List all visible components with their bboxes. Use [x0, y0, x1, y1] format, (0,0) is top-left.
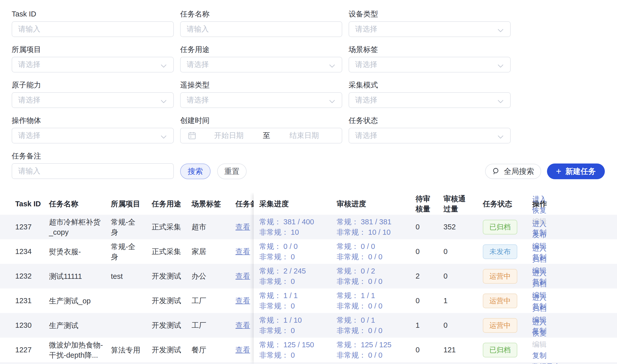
- cell-review-progress: 常规： 381 / 381 非常规： 10 / 10: [337, 215, 413, 239]
- column-header: Task ID: [15, 193, 47, 215]
- chevron-down-icon: [161, 98, 167, 103]
- chevron-down-icon: [161, 133, 167, 139]
- filter-field-atomic-ability: 原子能力 请选择: [12, 81, 174, 108]
- filter-field-collect-mode: 采集模式 请选择: [349, 81, 511, 108]
- cell-status: 运营中: [483, 313, 530, 338]
- cell-project: [111, 288, 149, 313]
- filter-field-task-remark: 任务备注 请输入: [12, 152, 174, 179]
- filter-field-task-purpose: 任务用途 请选择: [180, 46, 342, 72]
- cell-status: 运营中: [483, 288, 530, 313]
- table-row: 1227微波炉加热食物- 干扰-depth降...算法专用开发测试餐厅查看: [0, 338, 254, 362]
- cell-pending-count: 1: [416, 313, 440, 338]
- cell-approved-count: 0: [443, 313, 479, 338]
- cell-status: 已归档: [483, 338, 530, 362]
- action-restore-link[interactable]: 恢复: [532, 328, 546, 339]
- filter-field-label: 任务状态: [349, 117, 511, 124]
- filter-field-label: 任务名称: [180, 10, 342, 18]
- action-enter-link[interactable]: 进入: [532, 317, 546, 328]
- action-archive-link[interactable]: 归档: [532, 254, 546, 265]
- cell-review-progress: 常规： 1 / 1 非常规： 0 / 0: [337, 288, 413, 313]
- select-placeholder: 请选择: [355, 24, 377, 34]
- cell-remark: 查看: [235, 288, 254, 313]
- input-placeholder: 请输入: [18, 166, 40, 176]
- remark-view-link[interactable]: 查看: [235, 271, 250, 281]
- search-icon: [492, 167, 500, 175]
- filter-field-teleop-type: 遥操类型 请选择: [180, 81, 342, 108]
- search-button[interactable]: 搜索: [180, 163, 211, 179]
- table-header-right: 采集进度审核进度待审核量审核通过量任务状态操作: [254, 193, 617, 215]
- cell-scene-tag: 工厂: [192, 288, 228, 313]
- atomic-ability-select[interactable]: 请选择: [12, 92, 174, 108]
- cell-project: 常规-全 身: [111, 239, 149, 264]
- action-enter-link[interactable]: 进入: [532, 292, 546, 303]
- cell-status: 未发布: [483, 239, 530, 264]
- task-name-input[interactable]: 请输入: [180, 21, 342, 37]
- global-search-label: 全局搜索: [504, 166, 534, 177]
- status-badge: 运营中: [483, 269, 517, 284]
- table-row: 1230生产测试开发测试工厂查看: [0, 313, 254, 338]
- cell-review-progress: 常规： 125 / 125 非常规： 0 / 0: [337, 338, 413, 362]
- action-copy-link[interactable]: 复制: [532, 350, 553, 361]
- project-select[interactable]: 请选择: [12, 57, 174, 72]
- create-time-daterange[interactable]: 开始日期 至 结束日期: [180, 128, 342, 143]
- remark-view-link[interactable]: 查看: [235, 345, 250, 355]
- column-header: 待审核量: [416, 193, 432, 215]
- operate-object-select[interactable]: 请选择: [12, 128, 174, 143]
- filter-field-label: 操作物体: [12, 117, 174, 124]
- teleop-type-select[interactable]: 请选择: [180, 92, 342, 108]
- start-date-placeholder: 开始日期: [196, 131, 261, 141]
- cell-review-progress: 常规： 0 / 0 非常规： 0 / 0: [337, 239, 413, 264]
- select-placeholder: 请选择: [187, 60, 209, 70]
- reset-button[interactable]: 重置: [217, 163, 247, 179]
- remark-view-link[interactable]: 查看: [235, 222, 250, 232]
- cell-remark: 查看: [235, 239, 254, 264]
- cell-remark: 查看: [235, 313, 254, 338]
- task-table: Task ID任务名称所属项目任务用途场景标签任务备注 1237超市冷鲜柜补货 …: [0, 193, 617, 364]
- cell-task-id: 1230: [15, 313, 47, 338]
- action-publish-link[interactable]: 发布: [532, 229, 546, 241]
- filter-field-label: Task ID: [12, 10, 174, 18]
- task-id-input[interactable]: 请输入: [12, 21, 174, 37]
- action-restore-link[interactable]: 恢复: [532, 205, 546, 216]
- scene-tag-select[interactable]: 请选择: [349, 57, 511, 72]
- global-search-button[interactable]: 全局搜索: [485, 164, 541, 179]
- task-purpose-select[interactable]: 请选择: [180, 57, 342, 72]
- cell-task-id: 1227: [15, 338, 47, 362]
- action-enter-link[interactable]: 进入: [532, 218, 546, 229]
- filter-field-label: 所属项目: [12, 46, 174, 53]
- task-remark-input[interactable]: 请输入: [12, 163, 174, 179]
- cell-project: 算法专用: [111, 338, 149, 362]
- cell-approved-count: 0: [443, 239, 479, 264]
- cell-project: 常规-全 身: [111, 215, 149, 239]
- chevron-down-icon: [498, 133, 504, 139]
- cell-approved-count: 1: [443, 288, 479, 313]
- filter-field-task-id: Task ID 请输入: [12, 10, 174, 37]
- create-task-button[interactable]: + 新建任务: [547, 163, 605, 179]
- table-row-fixed: 常规： 0 / 0 非常规： 0常规： 0 / 0 非常规： 0 / 000未发…: [254, 239, 617, 264]
- column-header: 审核通过量: [443, 193, 467, 215]
- date-separator: 至: [261, 131, 272, 141]
- cell-task-name: 超市冷鲜柜补货 _copy: [49, 215, 109, 239]
- cell-task-id: 1232: [15, 264, 47, 288]
- action-enter-link[interactable]: 进入: [532, 243, 546, 254]
- action-archive-link[interactable]: 归档: [532, 279, 546, 290]
- action-enter-link[interactable]: 进入: [532, 194, 546, 205]
- status-badge: 已归档: [483, 343, 517, 357]
- table-row-fixed: 常规： 125 / 150 非常规： 0常规： 125 / 125 非常规： 0…: [254, 338, 617, 362]
- remark-view-link[interactable]: 查看: [235, 320, 250, 331]
- collect-mode-select[interactable]: 请选择: [349, 92, 511, 108]
- remark-view-link[interactable]: 查看: [235, 296, 250, 306]
- cell-task-name: 微波炉加热食物- 干扰-depth降...: [49, 338, 109, 362]
- filter-field-operate-object: 操作物体 请选择: [12, 117, 174, 143]
- action-data-export-link[interactable]: 数据导出: [532, 361, 561, 364]
- action-archive-link[interactable]: 归档: [532, 303, 546, 314]
- cell-project: test: [111, 264, 149, 288]
- cell-collect-progress: 常规： 2 / 245 非常规： 0: [259, 264, 335, 288]
- cell-task-id: 1237: [15, 215, 47, 239]
- task-status-select[interactable]: 请选择: [349, 128, 511, 143]
- table-row: 1232测试11111test开发测试办公查看: [0, 264, 254, 288]
- remark-view-link[interactable]: 查看: [235, 247, 250, 257]
- device-type-select[interactable]: 请选择: [349, 21, 511, 37]
- select-placeholder: 请选择: [355, 131, 377, 141]
- action-enter-link[interactable]: 进入: [532, 267, 546, 279]
